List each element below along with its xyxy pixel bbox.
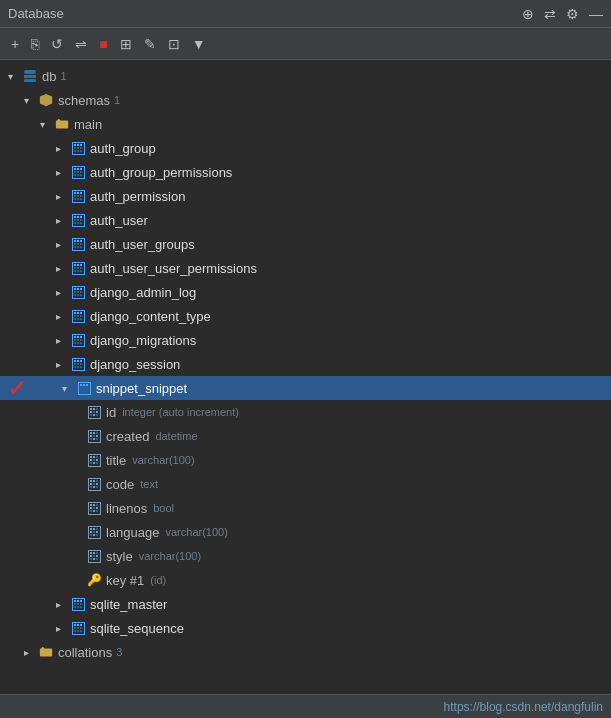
add-button[interactable]: + (8, 34, 22, 54)
col-icon-title (86, 452, 102, 468)
sync-button[interactable]: ⇌ (72, 34, 90, 54)
edit-button[interactable]: ✎ (141, 34, 159, 54)
tree-node-auth-group[interactable]: auth_group (0, 136, 611, 160)
tree-node-django-content-type[interactable]: django_content_type (0, 304, 611, 328)
table-icon-sqlite-master (70, 596, 86, 612)
col-code-label: code (106, 477, 134, 492)
auth-permission-arrow (56, 191, 70, 202)
tree-node-collations[interactable]: collations 3 (0, 640, 611, 664)
django-migrations-label: django_migrations (90, 333, 196, 348)
col-style-type: varchar(100) (139, 550, 201, 562)
table-icon-auth-user-user-perms (70, 260, 86, 276)
table-icon-auth-group (70, 140, 86, 156)
db-arrow (8, 71, 22, 82)
tree-node-django-migrations[interactable]: django_migrations (0, 328, 611, 352)
table-icon-auth-group-perms (70, 164, 86, 180)
tree-node-col-title[interactable]: title varchar(100) (0, 448, 611, 472)
tree-node-auth-user-groups[interactable]: auth_user_groups (0, 232, 611, 256)
svg-rect-0 (24, 70, 36, 74)
red-checkmark: ✓ (7, 376, 27, 402)
query-button[interactable]: ⊡ (165, 34, 183, 54)
tree-node-col-created[interactable]: created datetime (0, 424, 611, 448)
tree-node-auth-user[interactable]: auth_user (0, 208, 611, 232)
collations-icon (38, 644, 54, 660)
django-admin-log-label: django_admin_log (90, 285, 196, 300)
tree-node-col-style[interactable]: style varchar(100) (0, 544, 611, 568)
stop-button[interactable]: ■ (96, 34, 110, 54)
settings-icon[interactable]: ⚙ (566, 6, 579, 22)
auth-group-perms-arrow (56, 167, 70, 178)
django-session-arrow (56, 359, 70, 370)
col-icon-style (86, 548, 102, 564)
split-icon[interactable]: ⇄ (544, 6, 556, 22)
tree-node-auth-permission[interactable]: auth_permission (0, 184, 611, 208)
table-icon-auth-user (70, 212, 86, 228)
table-button[interactable]: ⊞ (117, 34, 135, 54)
refresh-button[interactable]: ↺ (48, 34, 66, 54)
table-icon-snippet-snippet (76, 380, 92, 396)
minimize-icon[interactable]: — (589, 6, 603, 22)
auth-group-perms-label: auth_group_permissions (90, 165, 232, 180)
main-icon (54, 116, 70, 132)
top-bar-icons: ⊕ ⇄ ⚙ — (522, 6, 603, 22)
globe-icon[interactable]: ⊕ (522, 6, 534, 22)
auth-group-arrow (56, 143, 70, 154)
tree-container[interactable]: db 1 schemas 1 main auth_group (0, 60, 611, 694)
django-migrations-arrow (56, 335, 70, 346)
tree-node-django-admin-log[interactable]: django_admin_log (0, 280, 611, 304)
col-language-type: varchar(100) (166, 526, 228, 538)
db-badge: 1 (60, 70, 66, 82)
schemas-label: schemas (58, 93, 110, 108)
collations-arrow (24, 647, 38, 658)
table-icon-sqlite-sequence (70, 620, 86, 636)
auth-user-label: auth_user (90, 213, 148, 228)
snippet-snippet-row-wrapper: ✓ snippet_snippet (0, 376, 611, 400)
schemas-icon (38, 92, 54, 108)
col-icon-id (86, 404, 102, 420)
snippet-snippet-label: snippet_snippet (96, 381, 187, 396)
schemas-arrow (24, 95, 38, 106)
tree-node-schemas[interactable]: schemas 1 (0, 88, 611, 112)
tree-node-auth-user-user-perms[interactable]: auth_user_user_permissions (0, 256, 611, 280)
col-linenos-label: linenos (106, 501, 147, 516)
col-title-type: varchar(100) (132, 454, 194, 466)
tree-node-col-id[interactable]: id integer (auto increment) (0, 400, 611, 424)
tree-node-django-session[interactable]: django_session (0, 352, 611, 376)
table-icon-django-migrations (70, 332, 86, 348)
tree-node-col-linenos[interactable]: linenos bool (0, 496, 611, 520)
tree-node-col-code[interactable]: code text (0, 472, 611, 496)
col-icon-code (86, 476, 102, 492)
auth-user-arrow (56, 215, 70, 226)
col-created-label: created (106, 429, 149, 444)
col-language-label: language (106, 525, 160, 540)
main-arrow (40, 119, 54, 130)
bottom-bar: https://blog.csdn.net/dangfulin (0, 694, 611, 718)
key-type: (id) (150, 574, 166, 586)
filter-button[interactable]: ▼ (189, 34, 209, 54)
col-created-type: datetime (155, 430, 197, 442)
svg-rect-4 (40, 649, 52, 657)
tree-node-key[interactable]: 🔑 key #1 (id) (0, 568, 611, 592)
key-label: key #1 (106, 573, 144, 588)
tree-node-snippet-snippet[interactable]: snippet_snippet (0, 376, 611, 400)
main-label: main (74, 117, 102, 132)
auth-user-groups-arrow (56, 239, 70, 250)
col-id-type: integer (auto increment) (122, 406, 239, 418)
col-id-label: id (106, 405, 116, 420)
svg-rect-2 (24, 79, 36, 82)
sqlite-master-label: sqlite_master (90, 597, 167, 612)
tree-node-main[interactable]: main (0, 112, 611, 136)
col-icon-created (86, 428, 102, 444)
django-admin-log-arrow (56, 287, 70, 298)
tree-node-auth-group-permissions[interactable]: auth_group_permissions (0, 160, 611, 184)
tree-node-db[interactable]: db 1 (0, 64, 611, 88)
table-icon-django-session (70, 356, 86, 372)
sqlite-sequence-arrow (56, 623, 70, 634)
auth-permission-label: auth_permission (90, 189, 185, 204)
tree-node-sqlite-sequence[interactable]: sqlite_sequence (0, 616, 611, 640)
table-icon-auth-user-groups (70, 236, 86, 252)
tree-node-col-language[interactable]: language varchar(100) (0, 520, 611, 544)
svg-rect-3 (56, 121, 68, 129)
copy-button[interactable]: ⎘ (28, 34, 42, 54)
tree-node-sqlite-master[interactable]: sqlite_master (0, 592, 611, 616)
